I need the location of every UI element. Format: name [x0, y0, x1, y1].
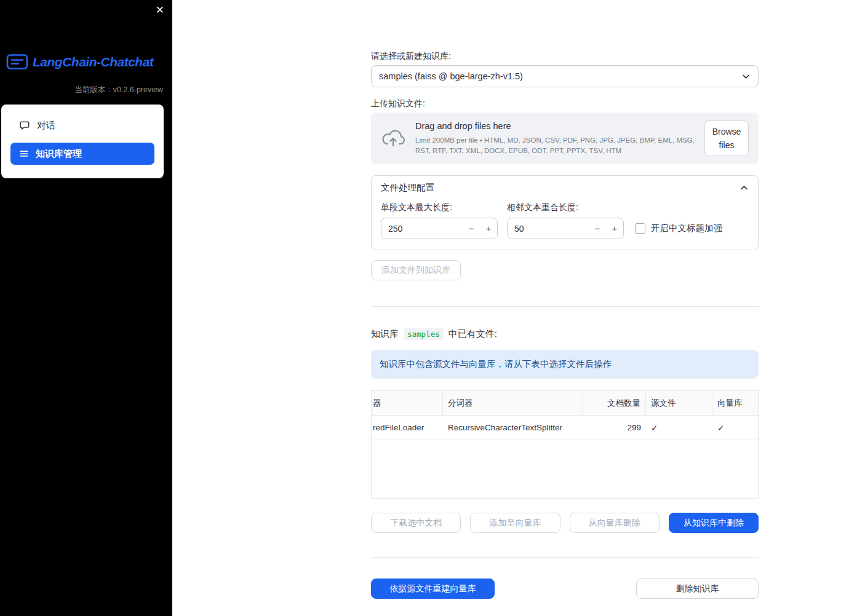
- column-header-vector-store[interactable]: 向量库: [712, 391, 758, 415]
- kb-select-value: samples (faiss @ bge-large-zh-v1.5): [379, 71, 523, 81]
- cell-source-file-check: ✓: [646, 416, 712, 440]
- list-icon: [19, 149, 29, 159]
- expander-header[interactable]: 文件处理配置: [372, 176, 758, 199]
- max-length-field: 单段文本最大长度: − +: [381, 202, 498, 239]
- sidebar-item-knowledge-base[interactable]: 知识库管理: [10, 143, 154, 165]
- existing-files-prefix: 知识库: [371, 328, 399, 340]
- files-table: 器 分词器 文档数量 源文件 向量库 redFileLoader Recursi…: [371, 390, 759, 499]
- plus-icon[interactable]: +: [606, 218, 623, 239]
- app-logo: LangChain-Chatchat: [6, 53, 153, 71]
- menu-label: 对话: [37, 120, 55, 132]
- divider: [371, 557, 759, 558]
- column-header-loader[interactable]: 器: [372, 391, 443, 415]
- max-length-label: 单段文本最大长度:: [381, 202, 498, 213]
- upload-label: 上传知识文件:: [371, 98, 759, 108]
- kb-actions-row: 依据源文件重建向量库 删除知识库: [371, 578, 759, 599]
- kb-select-label: 请选择或新建知识库:: [371, 51, 759, 61]
- cell-loader: redFileLoader: [372, 416, 443, 440]
- divider: [371, 306, 759, 307]
- minus-icon[interactable]: −: [589, 218, 606, 239]
- cell-vector-store-check: ✓: [712, 416, 758, 440]
- overlap-input[interactable]: [508, 224, 589, 234]
- existing-files-line: 知识库 samples 中已有文件:: [371, 328, 759, 340]
- sidebar-menu: 对话 知识库管理: [1, 105, 164, 178]
- add-to-vector-store-button[interactable]: 添加至向量库: [470, 513, 560, 533]
- close-icon[interactable]: ✕: [156, 4, 164, 17]
- existing-files-suffix: 中已有文件:: [448, 328, 497, 340]
- menu-label: 知识库管理: [36, 148, 82, 160]
- browse-files-button[interactable]: Browse files: [704, 120, 749, 157]
- max-length-stepper: − +: [381, 218, 498, 239]
- cloud-upload-icon: [381, 128, 405, 148]
- overlap-label: 相邻文本重合长度:: [507, 202, 624, 213]
- expander-title: 文件处理配置: [381, 182, 434, 194]
- zh-title-checkbox-row[interactable]: 开启中文标题加强: [635, 218, 722, 239]
- download-selected-button[interactable]: 下载选中文档: [371, 513, 461, 533]
- info-banner: 知识库中包含源文件与向量库，请从下表中选择文件后操作: [371, 350, 759, 379]
- column-header-source-file[interactable]: 源文件: [646, 391, 712, 415]
- overlap-field: 相邻文本重合长度: − +: [507, 202, 624, 239]
- chevron-down-icon: [741, 72, 751, 81]
- chevron-up-icon: [739, 183, 749, 192]
- column-header-doc-count[interactable]: 文档数量: [583, 391, 646, 415]
- file-actions-row: 下载选中文档 添加至向量库 从向量库删除 从知识库中删除: [371, 513, 759, 533]
- kb-select[interactable]: samples (faiss @ bge-large-zh-v1.5): [371, 65, 759, 87]
- delete-kb-button[interactable]: 删除知识库: [636, 578, 759, 599]
- file-dropzone[interactable]: Drag and drop files here Limit 200MB per…: [371, 113, 759, 164]
- chat-bubble-icon: [19, 120, 30, 131]
- main-content: 请选择或新建知识库: samples (faiss @ bge-large-zh…: [371, 0, 759, 599]
- kb-name-code: samples: [404, 328, 444, 340]
- delete-from-vector-store-button[interactable]: 从向量库删除: [570, 513, 660, 533]
- logo-icon: [6, 53, 28, 71]
- plus-icon[interactable]: +: [480, 218, 497, 239]
- column-header-splitter[interactable]: 分词器: [443, 391, 583, 415]
- max-length-input[interactable]: [381, 224, 463, 234]
- delete-from-kb-button[interactable]: 从知识库中删除: [669, 513, 759, 533]
- logo-text: LangChain-Chatchat: [33, 55, 153, 69]
- table-row[interactable]: redFileLoader RecursiveCharacterTextSpli…: [372, 416, 758, 440]
- overlap-stepper: − +: [507, 218, 624, 239]
- file-config-expander: 文件处理配置 单段文本最大长度: − + 相邻文本重合长度:: [371, 175, 759, 250]
- dropzone-texts: Drag and drop files here Limit 200MB per…: [415, 121, 704, 155]
- zh-title-label: 开启中文标题加强: [651, 223, 722, 234]
- sidebar: ✕ LangChain-Chatchat 当前版本：v0.2.6-preview…: [0, 0, 172, 616]
- zh-title-field: 开启中文标题加强: [635, 202, 749, 239]
- dropzone-limit: Limit 200MB per file • HTML, MD, JSON, C…: [415, 135, 704, 155]
- checkbox-unchecked[interactable]: [635, 223, 645, 234]
- table-header-row: 器 分词器 文档数量 源文件 向量库: [372, 391, 758, 416]
- add-files-to-kb-button[interactable]: 添加文件到知识库: [371, 260, 461, 280]
- sidebar-item-dialogue[interactable]: 对话: [10, 114, 154, 136]
- table-empty-area: [372, 440, 758, 498]
- expander-body: 单段文本最大长度: − + 相邻文本重合长度: − + 开启中文标题加强: [372, 199, 758, 250]
- dropzone-title: Drag and drop files here: [415, 121, 704, 131]
- version-label: 当前版本：v0.2.6-preview: [74, 85, 163, 95]
- rebuild-vector-store-button[interactable]: 依据源文件重建向量库: [371, 578, 495, 599]
- cell-doc-count: 299: [583, 416, 646, 440]
- minus-icon[interactable]: −: [463, 218, 480, 239]
- cell-splitter: RecursiveCharacterTextSplitter: [443, 416, 583, 440]
